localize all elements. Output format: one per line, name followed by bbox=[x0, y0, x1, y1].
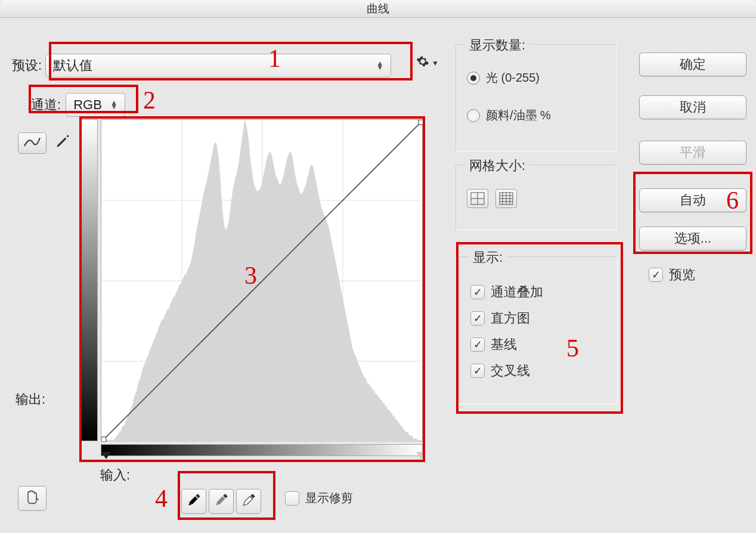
preset-select[interactable]: 默认值 ▲▼ bbox=[45, 54, 391, 78]
window-title: 曲线 bbox=[367, 2, 389, 15]
show-intersection[interactable]: ✓ 交叉线 bbox=[470, 362, 606, 380]
button-label: 自动 bbox=[680, 191, 706, 209]
display-amount-legend: 显示数量: bbox=[464, 36, 530, 54]
checkbox-icon: ✓ bbox=[470, 337, 485, 352]
window-titlebar: 曲线 bbox=[0, 0, 756, 18]
eyedropper-group bbox=[181, 489, 261, 514]
radio-icon bbox=[467, 72, 480, 85]
grid-size-legend: 网格大小: bbox=[464, 157, 530, 175]
pencil-tool-button[interactable] bbox=[55, 134, 73, 151]
preset-row: 预设: 默认值 ▲▼ bbox=[12, 54, 391, 78]
amount-option-light[interactable]: 光 (0-255) bbox=[467, 70, 605, 86]
eyedropper-icon bbox=[186, 492, 202, 511]
svg-rect-8 bbox=[419, 120, 423, 125]
hand-tool-button[interactable] bbox=[18, 486, 47, 511]
grid-size-panel: 网格大小: bbox=[456, 165, 616, 230]
output-gradient-ramp bbox=[81, 119, 98, 441]
annotation-number-4: 4 bbox=[155, 484, 168, 513]
display-amount-panel: 显示数量: 光 (0-255) 颜料/油墨 % bbox=[456, 44, 616, 151]
options-button[interactable]: 选项... bbox=[639, 227, 746, 250]
cancel-button[interactable]: 取消 bbox=[639, 95, 746, 119]
show-option-label: 基线 bbox=[491, 336, 517, 354]
show-clipping-row: 显示修剪 bbox=[285, 490, 353, 506]
pencil-icon bbox=[55, 138, 70, 151]
show-option-label: 交叉线 bbox=[491, 362, 530, 380]
curve-icon bbox=[23, 135, 41, 151]
eyedropper-icon bbox=[241, 492, 256, 511]
amount-option-label: 颜料/油墨 % bbox=[486, 107, 551, 123]
channel-label: 通道: bbox=[31, 96, 61, 114]
amount-option-pigment[interactable]: 颜料/油墨 % bbox=[467, 107, 605, 123]
channel-value: RGB bbox=[73, 97, 102, 113]
curves-graph[interactable] bbox=[101, 119, 423, 441]
amount-option-label: 光 (0-255) bbox=[486, 70, 540, 86]
channel-select[interactable]: RGB ▲▼ bbox=[66, 93, 125, 117]
preview-row[interactable]: ✓ 预览 bbox=[649, 266, 695, 284]
show-baseline[interactable]: ✓ 基线 bbox=[470, 336, 606, 354]
preview-label: 预览 bbox=[669, 266, 695, 284]
white-point-eyedropper[interactable] bbox=[236, 489, 261, 514]
channel-row: 通道: RGB ▲▼ bbox=[31, 93, 125, 117]
select-updown-icon: ▲▼ bbox=[376, 61, 383, 70]
button-label: 取消 bbox=[680, 98, 706, 116]
checkbox-icon: ✓ bbox=[470, 285, 485, 299]
preset-value: 默认值 bbox=[53, 57, 92, 75]
radio-icon bbox=[467, 109, 480, 122]
input-gradient-ramp[interactable] bbox=[101, 444, 423, 456]
auto-button[interactable]: 自动 bbox=[639, 188, 746, 212]
preview-checkbox[interactable]: ✓ bbox=[649, 268, 663, 282]
show-clipping-label: 显示修剪 bbox=[305, 490, 353, 506]
show-channel-overlay[interactable]: ✓ 通道叠加 bbox=[470, 283, 606, 301]
select-updown-icon: ▲▼ bbox=[110, 101, 117, 109]
smooth-button[interactable]: 平滑 bbox=[639, 141, 746, 165]
show-clipping-checkbox[interactable] bbox=[285, 491, 299, 506]
show-option-label: 直方图 bbox=[491, 309, 530, 327]
show-option-label: 通道叠加 bbox=[491, 283, 543, 301]
gear-icon bbox=[416, 55, 429, 72]
svg-rect-7 bbox=[101, 437, 106, 442]
black-point-eyedropper[interactable] bbox=[181, 489, 206, 514]
show-panel: 显示: ✓ 通道叠加 ✓ 直方图 ✓ 基线 ✓ 交叉线 bbox=[459, 256, 618, 404]
button-label: 平滑 bbox=[680, 144, 706, 162]
ok-button[interactable]: 确定 bbox=[639, 52, 746, 76]
grid-fine-button[interactable] bbox=[495, 189, 517, 208]
annotation-number-2: 2 bbox=[143, 86, 156, 114]
checkbox-icon: ✓ bbox=[470, 364, 485, 378]
checkbox-icon: ✓ bbox=[470, 311, 485, 326]
eyedropper-icon bbox=[213, 492, 229, 511]
show-panel-legend: 显示: bbox=[468, 249, 507, 266]
button-label: 确定 bbox=[680, 55, 706, 73]
curves-dialog: 预设: 默认值 ▲▼ ▼ 通道: RGB ▲▼ bbox=[0, 18, 756, 533]
hand-icon bbox=[24, 489, 41, 509]
output-label: 输出: bbox=[16, 391, 45, 408]
curve-tool-button[interactable] bbox=[18, 132, 47, 154]
gray-point-eyedropper[interactable] bbox=[209, 489, 234, 514]
preset-gear-button[interactable]: ▼ bbox=[416, 55, 439, 72]
button-label: 选项... bbox=[674, 230, 711, 247]
input-label: 输入: bbox=[100, 466, 130, 484]
preset-label: 预设: bbox=[12, 57, 42, 75]
show-histogram[interactable]: ✓ 直方图 bbox=[470, 309, 606, 327]
grid-coarse-button[interactable] bbox=[467, 189, 488, 208]
